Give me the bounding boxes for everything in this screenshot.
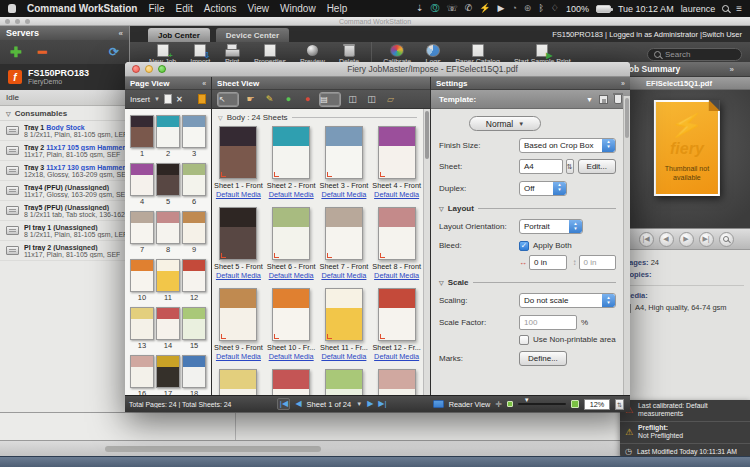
red-pin-tool-icon[interactable]: ●: [300, 92, 315, 107]
spread-mode-right-icon[interactable]: ◫: [364, 92, 379, 107]
green-pin-tool-icon[interactable]: ●: [281, 92, 296, 107]
sheet-cell[interactable]: Sheet 4 - Front Default Media: [372, 126, 421, 199]
sheet-edit-button[interactable]: Edit...: [578, 159, 616, 174]
sheet-media-link[interactable]: Default Media: [321, 190, 366, 199]
sheet-media-link[interactable]: Default Media: [269, 271, 314, 280]
remove-server-button[interactable]: ━: [38, 45, 46, 59]
template-select[interactable]: Normal ▼: [469, 116, 541, 131]
marks-define-button[interactable]: Define...: [519, 351, 567, 366]
sheet-dropdown-icon[interactable]: ▼: [356, 401, 362, 407]
page-thumbnail[interactable]: 14: [156, 307, 180, 350]
page-thumbnail[interactable]: 9: [182, 211, 206, 254]
refresh-server-icon[interactable]: ⟳: [109, 45, 119, 59]
login-status[interactable]: FS150PRO183 | Logged in as Administrator…: [552, 30, 750, 42]
zoom-preview-button[interactable]: [719, 232, 734, 247]
apply-both-checkbox[interactable]: ✓: [519, 241, 529, 251]
server-item[interactable]: f FS150PRO183 FieryDemo: [0, 64, 129, 90]
tray-row[interactable]: Tray 2 11x17 105 gsm Hammermill C... 11x…: [0, 141, 129, 161]
page-thumbnail[interactable]: 2: [156, 115, 180, 158]
handoff-status-icon[interactable]: ✆: [465, 4, 473, 13]
tab-job-center[interactable]: Job Center: [148, 28, 210, 42]
scaling-select[interactable]: Do not scale▲▼: [519, 293, 616, 308]
collapse-panel-icon[interactable]: «: [202, 80, 206, 87]
minimize-button[interactable]: [145, 65, 153, 73]
zoom-button[interactable]: [158, 65, 166, 73]
menu-item[interactable]: Edit: [176, 3, 193, 14]
sheet-cell[interactable]: Sheet 1 - Front Default Media: [214, 126, 263, 199]
sheet-media-link[interactable]: Default Media: [374, 190, 419, 199]
nonprintable-checkbox[interactable]: [519, 335, 529, 345]
bluetooth-status-icon[interactable]: ᛒ: [538, 4, 543, 13]
apple-menu-icon[interactable]: [8, 4, 16, 13]
sheet-media-link[interactable]: Default Media: [321, 352, 366, 361]
tray-media-link[interactable]: (Unassigned): [65, 184, 109, 191]
prev-page-button[interactable]: ◀: [659, 232, 674, 247]
menu-item[interactable]: View: [248, 3, 270, 14]
pan-tool-icon[interactable]: ☛: [243, 92, 258, 107]
layout-section-header[interactable]: ▽ Layout: [439, 204, 616, 213]
download-status-icon[interactable]: ⇣: [416, 4, 424, 13]
play-status-icon[interactable]: ▶: [498, 4, 505, 13]
delete-template-icon[interactable]: [614, 94, 622, 104]
template-dropdown-icon[interactable]: ▼: [586, 96, 593, 103]
reader-view-label[interactable]: Reader View: [449, 400, 491, 409]
collapse-panel-icon[interactable]: «: [119, 29, 123, 38]
edit-page-tool-icon[interactable]: ✎: [262, 92, 277, 107]
sheet-cell[interactable]: Sheet 11 - Fr... Default Media: [320, 288, 368, 361]
page-thumbnail[interactable]: 10: [130, 259, 154, 302]
page-thumbnail[interactable]: 6: [182, 163, 206, 206]
menu-item[interactable]: File: [148, 3, 164, 14]
search-box[interactable]: [647, 48, 742, 61]
sheet-cell[interactable]: Sheet 6 - Front Default Media: [267, 207, 316, 280]
tab-device-center[interactable]: Device Center: [216, 28, 289, 42]
menu-clock[interactable]: Tue 10:12 AM: [618, 4, 674, 14]
expand-panel-icon[interactable]: »: [730, 65, 734, 74]
sheet-cell[interactable]: Sheet 9 - Front Default Media: [214, 288, 263, 361]
delete-page-icon[interactable]: ✕: [176, 95, 183, 104]
sheet-cell[interactable]: Sheet 12 - Fr... Default Media: [373, 288, 421, 361]
flash-status-icon[interactable]: ⚡: [479, 4, 490, 13]
sheet-cell[interactable]: Sheet 8 - Front Default Media: [372, 207, 421, 280]
bleed-horizontal-input[interactable]: 0 in: [529, 255, 567, 270]
last-sheet-button[interactable]: ▶|: [378, 400, 386, 408]
app-menu[interactable]: Command WorkStation: [27, 3, 137, 14]
single-page-mode-icon[interactable]: ▤: [319, 92, 341, 107]
zoom-slider-handle[interactable]: ▼: [524, 397, 530, 403]
fit-view-icon[interactable]: ✛: [495, 400, 502, 409]
sheet-cell[interactable]: Sheet 15 - Front Default Media: [318, 369, 371, 395]
zoom-stepper[interactable]: ⇅: [615, 399, 624, 410]
menu-item[interactable]: Window: [280, 3, 316, 14]
save-template-icon[interactable]: [599, 95, 608, 104]
keyboard-status-icon[interactable]: ⊛: [524, 4, 532, 13]
folder-tool-icon[interactable]: ▱: [383, 92, 398, 107]
add-server-button[interactable]: ✚: [10, 45, 22, 59]
menu-item[interactable]: Help: [327, 3, 348, 14]
last-page-button[interactable]: ▶|: [699, 232, 714, 247]
reader-view-icon[interactable]: [433, 400, 444, 408]
alert-row[interactable]: ⚠ Last calibrated: Default measurements: [620, 400, 750, 422]
tray-row[interactable]: Tray5 (PFU) (Unassigned) 8 1/2x11 tab, T…: [0, 201, 129, 221]
consumables-header[interactable]: ▽ Consumables: [0, 106, 129, 121]
insert-menu[interactable]: Insert: [130, 95, 150, 104]
zoom-percent-input[interactable]: 12%: [584, 399, 610, 410]
ink-drop-status-icon[interactable]: ◔: [511, 4, 516, 13]
close-button[interactable]: [132, 65, 140, 73]
tray-row[interactable]: PI tray 1 (Unassigned) 8 1/2x11, Plain, …: [0, 221, 129, 241]
alert-row[interactable]: ⚠ Preflight:Not Preflighted: [620, 422, 750, 444]
menu-item[interactable]: Actions: [204, 3, 237, 14]
select-tool-icon[interactable]: ↖: [217, 92, 239, 107]
next-page-button[interactable]: ▶: [679, 232, 694, 247]
sheet-input[interactable]: A4: [519, 159, 563, 174]
q-app-status-icon[interactable]: Ⓠ: [430, 4, 439, 13]
sheet-cell[interactable]: Sheet 2 - Front Default Media: [267, 126, 316, 199]
page-thumbnail[interactable]: 13: [130, 307, 154, 350]
sheet-cell[interactable]: Sheet 14 - Front Default Media: [265, 369, 318, 395]
zoom-in-icon[interactable]: [571, 400, 579, 408]
sheet-media-link[interactable]: Default Media: [269, 190, 314, 199]
sheet-media-link[interactable]: Default Media: [374, 271, 419, 280]
page-thumbnail[interactable]: 18: [182, 355, 206, 395]
page-thumbnail[interactable]: 7: [130, 211, 154, 254]
first-page-button[interactable]: |◀: [639, 232, 654, 247]
jobmaster-titlebar[interactable]: Fiery JobMaster/Impose - EFISelect15Q1.p…: [125, 62, 630, 77]
page-thumbnail[interactable]: 8: [156, 211, 180, 254]
